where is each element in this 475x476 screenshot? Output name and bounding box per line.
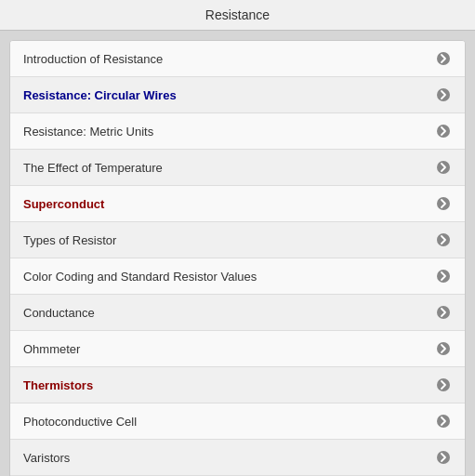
list-item-photoconductive-cell[interactable]: Photoconductive Cell [10, 403, 465, 440]
svg-point-2 [437, 125, 450, 138]
list-item-varistors[interactable]: Varistors [10, 440, 465, 476]
list-item-label: The Effect of Temperature [23, 161, 163, 175]
list-item-thermistors[interactable]: Thermistors [10, 367, 465, 403]
list-item-introduction-of-resistance[interactable]: Introduction of Resistance [10, 41, 465, 77]
svg-point-5 [437, 233, 450, 246]
chevron-right-icon [435, 159, 452, 176]
list-item-label: Resistance: Metric Units [23, 125, 153, 139]
svg-point-3 [437, 161, 450, 174]
chevron-right-icon [435, 377, 452, 393]
chevron-right-icon [435, 304, 452, 321]
svg-point-0 [437, 52, 450, 65]
chevron-right-icon [435, 413, 452, 430]
svg-point-11 [437, 451, 450, 464]
items-list: Introduction of Resistance Resistance: C… [9, 40, 466, 476]
svg-point-9 [437, 378, 450, 391]
svg-point-7 [437, 306, 450, 319]
svg-point-4 [437, 197, 450, 210]
title-text: Resistance [205, 7, 270, 22]
chevron-right-icon [435, 340, 452, 357]
list-item-label: Superconduct [23, 197, 104, 211]
chevron-right-icon [435, 449, 452, 466]
chevron-right-icon [435, 195, 452, 212]
list-item-label: Resistance: Circular Wires [23, 88, 177, 102]
chevron-right-icon [435, 50, 452, 67]
page-title: Resistance [0, 0, 475, 31]
list-item-label: Types of Resistor [23, 233, 116, 247]
list-item-label: Photoconductive Cell [23, 415, 137, 429]
list-item-conductance[interactable]: Conductance [10, 295, 465, 331]
list-item-types-of-resistor[interactable]: Types of Resistor [10, 222, 465, 258]
list-item-label: Color Coding and Standard Resistor Value… [23, 270, 257, 284]
svg-point-10 [437, 415, 450, 428]
list-item-label: Introduction of Resistance [23, 52, 163, 66]
list-item-superconduct[interactable]: Superconduct [10, 186, 465, 222]
list-item-resistance-metric-units[interactable]: Resistance: Metric Units [10, 113, 465, 150]
chevron-right-icon [435, 123, 452, 139]
list-item-resistance-circular-wires[interactable]: Resistance: Circular Wires [10, 77, 465, 113]
svg-point-8 [437, 342, 450, 355]
chevron-right-icon [435, 268, 452, 284]
list-item-label: Conductance [23, 306, 95, 320]
list-item-color-coding-and-standard-resistor-values[interactable]: Color Coding and Standard Resistor Value… [10, 258, 465, 295]
list-item-label: Thermistors [23, 378, 93, 392]
list-item-label: Ohmmeter [23, 342, 80, 356]
svg-point-6 [437, 270, 450, 283]
list-item-ohmmeter[interactable]: Ohmmeter [10, 331, 465, 367]
list-item-the-effect-of-temperature[interactable]: The Effect of Temperature [10, 150, 465, 186]
svg-point-1 [437, 88, 450, 101]
chevron-right-icon [435, 231, 452, 248]
list-item-label: Varistors [23, 451, 70, 465]
chevron-right-icon [435, 86, 452, 103]
